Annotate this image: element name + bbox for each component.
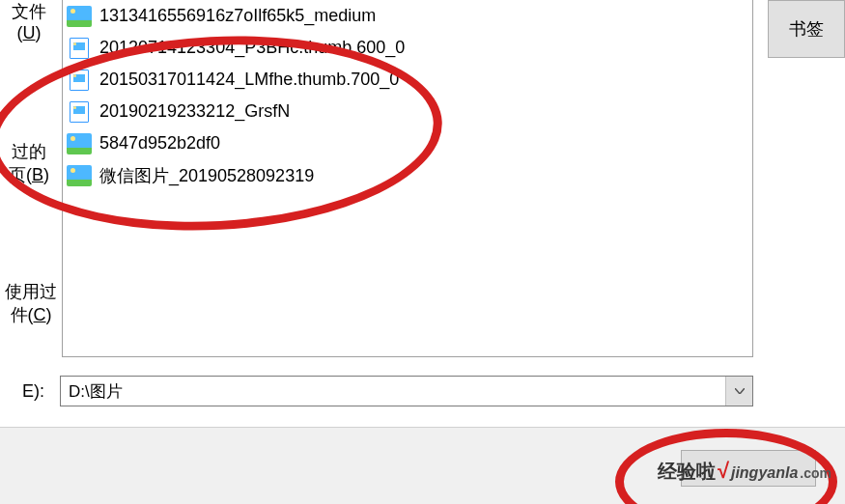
sidebar-label-past-pages: 过的 页(B): [0, 140, 58, 186]
bookmark-button[interactable]: 书签: [768, 0, 845, 58]
path-label: E):: [0, 381, 50, 402]
file-name-label: 20150317011424_LMfhe.thumb.700_0: [99, 70, 399, 90]
image-file-icon: [67, 99, 92, 125]
chevron-down-icon: [735, 388, 745, 394]
file-name-label: 20190219233212_GrsfN: [99, 101, 290, 122]
sidebar-label-used-files: 使用过 件(C): [0, 280, 62, 326]
confirm-button[interactable]: [681, 450, 816, 487]
file-list-panel[interactable]: 1313416556916z7oIlf65k5_medium2012071412…: [62, 0, 753, 357]
file-name-label: 20120714123304_P3BHc.thumb.600_0: [99, 38, 405, 58]
file-item[interactable]: 微信图片_20190528092319: [63, 159, 752, 191]
image-file-icon: [67, 4, 92, 29]
file-list: 1313416556916z7oIlf65k5_medium2012071412…: [63, 0, 752, 191]
path-dropdown-button[interactable]: [725, 377, 752, 406]
image-file-icon: [67, 163, 92, 188]
file-name-label: 微信图片_20190528092319: [99, 164, 314, 187]
sidebar-label-files: 文件 (U): [0, 0, 58, 43]
path-row: E):: [0, 372, 753, 410]
file-item[interactable]: 5847d952b2df0: [63, 127, 752, 159]
left-sidebar: 文件 (U) 过的 页(B) 使用过 件(C): [0, 0, 58, 357]
file-item[interactable]: 1313416556916z7oIlf65k5_medium: [63, 0, 752, 32]
path-combobox[interactable]: [60, 376, 753, 406]
file-name-label: 1313416556916z7oIlf65k5_medium: [99, 6, 376, 26]
image-file-icon: [67, 68, 92, 93]
image-file-icon: [67, 36, 92, 61]
image-file-icon: [67, 131, 92, 156]
file-item[interactable]: 20150317011424_LMfhe.thumb.700_0: [63, 64, 752, 96]
footer-bar: [0, 427, 845, 504]
file-item[interactable]: 20190219233212_GrsfN: [63, 96, 752, 127]
path-input[interactable]: [61, 377, 725, 406]
file-name-label: 5847d952b2df0: [99, 133, 220, 154]
file-item[interactable]: 20120714123304_P3BHc.thumb.600_0: [63, 32, 752, 64]
